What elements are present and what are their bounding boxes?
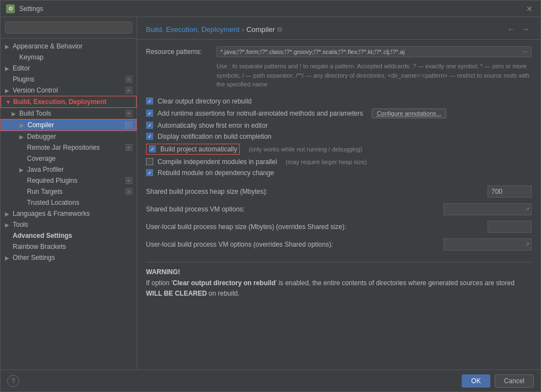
checkbox-display-notification[interactable] — [146, 133, 153, 140]
field-input-shared-heap[interactable] — [488, 186, 532, 198]
sidebar-item-tools[interactable]: ▶ Tools — [1, 219, 137, 230]
warning-title: WARNING! — [146, 268, 532, 276]
checkbox-build-auto[interactable] — [149, 145, 156, 153]
arrow-icon: ▶ — [5, 222, 13, 228]
field-label-shared-vm: Shared build process VM options: — [146, 205, 439, 213]
sidebar-item-java-profiler[interactable]: ▶ Java Profiler — [1, 164, 137, 175]
field-label-user-vm: User-local build process VM options (ove… — [146, 241, 439, 248]
checkbox-row-rebuild-module: Rebuild module on dependency change — [146, 167, 532, 178]
sidebar-item-label: Debugger — [27, 133, 132, 140]
sidebar-item-compiler[interactable]: ▶ Compiler ⊞ — [1, 119, 137, 131]
arrow-icon: ▼ — [6, 99, 13, 105]
sidebar-item-required-plugins[interactable]: Required Plugins ⊞ — [1, 175, 137, 186]
expand-icon: ⊞ — [126, 177, 132, 184]
sidebar-item-keymap[interactable]: Keymap — [1, 52, 137, 63]
field-label-shared-heap: Shared build process heap size (Mbytes): — [146, 188, 483, 195]
close-button[interactable]: ✕ — [524, 3, 535, 14]
expand-icon: ⊞ — [126, 76, 132, 83]
nav-forward-button[interactable]: → — [520, 24, 532, 35]
warning-text-content: If option 'Clear output directory on reb… — [146, 279, 515, 297]
checkbox-note-build-auto: (only works while not running / debuggin… — [248, 146, 362, 153]
sidebar-item-build-tools[interactable]: ▶ Build Tools ⊞ — [1, 108, 137, 119]
breadcrumb-icon: ⊟ — [277, 26, 282, 33]
sidebar-item-run-targets[interactable]: Run Targets ⊞ — [1, 186, 137, 197]
breadcrumb: Build, Execution, Deployment › Compiler … — [146, 25, 282, 34]
sidebar-item-label: Coverage — [27, 155, 132, 162]
field-row-user-vm: User-local build process VM options (ove… — [146, 236, 532, 253]
checkbox-label-rebuild-module: Rebuild module on dependency change — [158, 169, 274, 177]
field-input-shared-vm[interactable] — [444, 204, 523, 215]
arrow-icon: ▶ — [5, 88, 13, 94]
field-input-user-vm[interactable] — [444, 239, 523, 250]
sidebar-item-label: Appearance & Behavior — [13, 42, 132, 50]
warning-emphasis: Clear output directory on rebuild — [172, 279, 275, 287]
right-panel: Build, Execution, Deployment › Compiler … — [137, 17, 540, 369]
sidebar-item-label: Version Control — [13, 86, 123, 94]
expand-arrow-icon[interactable]: ↗ — [523, 205, 531, 213]
checkbox-add-runtime[interactable] — [146, 110, 153, 117]
configure-annotations-button[interactable]: Configure annotations... — [372, 108, 446, 118]
resource-expand-button[interactable]: ⋯ — [520, 47, 531, 57]
expand-icon: ⊞ — [126, 188, 132, 195]
sidebar-item-coverage[interactable]: Coverage — [1, 153, 137, 164]
arrow-icon: ▶ — [12, 111, 19, 117]
cancel-button[interactable]: Cancel — [495, 374, 534, 388]
resource-patterns-label: Resource patterns: — [146, 48, 212, 56]
checkbox-rebuild-module[interactable] — [146, 169, 153, 176]
sidebar-item-trusted-locations[interactable]: Trusted Locations — [1, 197, 137, 208]
title-bar-left: ⚙ Settings — [6, 4, 43, 13]
sidebar-item-appearance[interactable]: ▶ Appearance & Behavior — [1, 41, 137, 52]
nav-back-button[interactable]: ← — [505, 24, 517, 35]
search-wrapper: 🔍 — [5, 21, 132, 34]
sidebar-item-rainbow-brackets[interactable]: Rainbow Brackets — [1, 241, 137, 252]
search-box: 🔍 — [1, 17, 137, 39]
sidebar-item-label: Advanced Settings — [13, 232, 132, 239]
sidebar-item-label: Java Profiler — [27, 166, 132, 173]
sidebar-item-plugins[interactable]: Plugins ⊞ — [1, 74, 137, 85]
footer-buttons: OK Cancel — [462, 374, 534, 388]
arrow-icon: ▶ — [19, 134, 27, 140]
checkbox-label-build-auto: Build project automatically — [160, 145, 237, 153]
sidebar-tree: ▶ Appearance & Behavior Keymap ▶ Editor … — [1, 39, 137, 369]
panel-body: Resource patterns: ⋯ Use ; to separate p… — [137, 40, 540, 369]
main-content: 🔍 ▶ Appearance & Behavior Keymap ▶ — [1, 17, 540, 369]
field-row-shared-heap: Shared build process heap size (Mbytes): — [146, 183, 532, 200]
help-button[interactable]: ? — [7, 375, 19, 387]
warning-section: WARNING! If option 'Clear output directo… — [146, 262, 532, 304]
settings-window: ⚙ Settings ✕ 🔍 ▶ Appearance & Behavior — [0, 0, 541, 392]
search-input[interactable] — [5, 21, 132, 34]
footer: ? OK Cancel — [1, 369, 540, 391]
field-input-wrap-user-vm: ↗ — [443, 238, 532, 251]
checkbox-row-build-auto: Build project automatically (only works … — [146, 142, 532, 156]
sidebar-item-build-exec-deploy[interactable]: ▼ Build, Execution, Deployment — [1, 96, 137, 108]
ok-button[interactable]: OK — [462, 374, 490, 388]
sidebar-item-label: Compiler — [28, 121, 123, 129]
expand-icon: ⊞ — [126, 87, 132, 94]
sidebar-item-editor[interactable]: ▶ Editor — [1, 63, 137, 74]
help-text: Use ; to separate patterns and ! to nega… — [146, 62, 532, 89]
sidebar-item-version-control[interactable]: ▶ Version Control ⊞ — [1, 85, 137, 96]
checkbox-row-add-runtime: Add runtime assertions for notnull-annot… — [146, 107, 532, 120]
field-input-user-heap[interactable] — [488, 221, 532, 233]
sidebar-item-advanced-settings[interactable]: Advanced Settings — [1, 230, 137, 241]
checkbox-label-clear-output: Clear output directory on rebuild — [158, 97, 252, 105]
arrow-icon: ▶ — [5, 66, 13, 72]
expand-arrow-icon-2[interactable]: ↗ — [523, 240, 531, 248]
field-row-user-heap: User-local build process heap size (Mbyt… — [146, 218, 532, 236]
expand-icon: ⊞ — [126, 110, 132, 117]
arrow-icon: ▶ — [20, 122, 28, 128]
sidebar-item-languages-frameworks[interactable]: ▶ Languages & Frameworks — [1, 208, 137, 219]
warning-emphasis-2: WILL BE CLEARED — [146, 290, 207, 297]
resource-patterns-input[interactable] — [217, 47, 520, 57]
checkbox-compile-parallel[interactable] — [146, 158, 153, 165]
breadcrumb-current: Compiler — [246, 25, 275, 34]
checkbox-clear-output[interactable] — [146, 97, 153, 105]
checkbox-row-compile-parallel: Compile independent modules in parallel … — [146, 156, 532, 167]
sidebar-item-remote-jar[interactable]: Remote Jar Repositories ⊞ — [1, 142, 137, 153]
breadcrumb-link[interactable]: Build, Execution, Deployment — [146, 25, 240, 34]
sidebar-item-other-settings[interactable]: ▶ Other Settings — [1, 252, 137, 263]
resource-input-wrap: ⋯ — [217, 46, 532, 57]
arrow-icon: ▶ — [5, 211, 13, 217]
sidebar-item-debugger[interactable]: ▶ Debugger — [1, 131, 137, 142]
checkbox-show-error[interactable] — [146, 122, 153, 129]
